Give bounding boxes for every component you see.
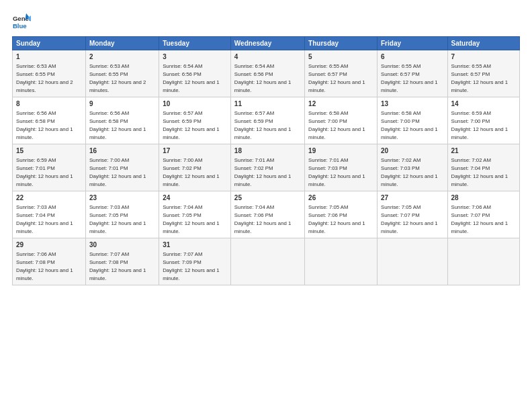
day-number: 5 xyxy=(308,52,373,62)
day-number: 14 xyxy=(451,99,516,109)
calendar-cell: 3Sunrise: 6:54 AMSunset: 6:56 PMDaylight… xyxy=(159,50,231,97)
day-number: 21 xyxy=(451,146,516,156)
calendar-cell xyxy=(447,238,519,285)
calendar-cell: 25Sunrise: 7:04 AMSunset: 7:06 PMDayligh… xyxy=(230,191,304,238)
sunset-info: Sunset: 7:05 PM xyxy=(89,212,128,218)
sunrise-info: Sunrise: 6:55 AM xyxy=(308,63,348,69)
sunrise-info: Sunrise: 7:01 AM xyxy=(308,157,348,163)
daylight-label: Daylight: 12 hours and 1 minute. xyxy=(381,220,438,234)
sunset-info: Sunset: 7:07 PM xyxy=(381,212,420,218)
sunset-info: Sunset: 7:00 PM xyxy=(308,118,347,124)
daylight-label: Daylight: 12 hours and 1 minute. xyxy=(163,173,220,187)
day-number: 6 xyxy=(381,52,444,62)
daylight-label: Daylight: 12 hours and 1 minute. xyxy=(163,220,220,234)
sunset-info: Sunset: 6:57 PM xyxy=(451,71,490,77)
calendar-week-2: 8Sunrise: 6:56 AMSunset: 6:58 PMDaylight… xyxy=(13,97,520,144)
sunrise-info: Sunrise: 6:55 AM xyxy=(451,63,491,69)
day-number: 18 xyxy=(234,146,301,156)
day-number: 4 xyxy=(234,52,301,62)
sunset-info: Sunset: 7:02 PM xyxy=(163,165,202,171)
day-number: 26 xyxy=(308,193,373,203)
daylight-label: Daylight: 12 hours and 1 minute. xyxy=(451,173,508,187)
sunset-info: Sunset: 6:58 PM xyxy=(16,118,55,124)
calendar-week-3: 15Sunrise: 6:59 AMSunset: 7:01 PMDayligh… xyxy=(13,144,520,191)
daylight-label: Daylight: 12 hours and 1 minute. xyxy=(234,173,292,187)
day-number: 15 xyxy=(16,146,82,156)
sunrise-info: Sunrise: 7:00 AM xyxy=(163,157,202,163)
calendar-cell: 20Sunrise: 7:02 AMSunset: 7:03 PMDayligh… xyxy=(378,144,448,191)
day-number: 2 xyxy=(89,52,155,62)
sunset-info: Sunset: 7:03 PM xyxy=(308,165,347,171)
sunset-info: Sunset: 7:04 PM xyxy=(451,165,490,171)
sunset-info: Sunset: 7:08 PM xyxy=(16,259,55,265)
sunset-info: Sunset: 7:05 PM xyxy=(163,212,202,218)
sunset-info: Sunset: 7:04 PM xyxy=(16,212,55,218)
daylight-label: Daylight: 12 hours and 1 minute. xyxy=(89,173,146,187)
calendar-cell: 22Sunrise: 7:03 AMSunset: 7:04 PMDayligh… xyxy=(13,191,86,238)
sunset-info: Sunset: 7:00 PM xyxy=(381,118,420,124)
calendar-cell: 31Sunrise: 7:07 AMSunset: 7:09 PMDayligh… xyxy=(159,238,231,285)
daylight-label: Daylight: 12 hours and 1 minute. xyxy=(234,126,292,140)
sunset-info: Sunset: 6:55 PM xyxy=(89,71,128,77)
day-number: 19 xyxy=(308,146,373,156)
sunset-info: Sunset: 7:00 PM xyxy=(451,118,490,124)
calendar-cell: 30Sunrise: 7:07 AMSunset: 7:08 PMDayligh… xyxy=(85,238,159,285)
sunset-info: Sunset: 7:02 PM xyxy=(234,165,273,171)
sunrise-info: Sunrise: 7:06 AM xyxy=(16,251,56,257)
day-number: 10 xyxy=(163,99,227,109)
day-number: 17 xyxy=(163,146,227,156)
calendar-cell: 19Sunrise: 7:01 AMSunset: 7:03 PMDayligh… xyxy=(305,144,378,191)
calendar-cell: 28Sunrise: 7:06 AMSunset: 7:07 PMDayligh… xyxy=(447,191,519,238)
calendar-table: SundayMondayTuesdayWednesdayThursdayFrid… xyxy=(12,36,520,285)
sunset-info: Sunset: 7:01 PM xyxy=(89,165,128,171)
day-number: 27 xyxy=(381,193,444,203)
calendar-cell: 4Sunrise: 6:54 AMSunset: 6:56 PMDaylight… xyxy=(230,50,304,97)
day-number: 8 xyxy=(16,99,82,109)
sunrise-info: Sunrise: 7:04 AM xyxy=(234,204,274,210)
day-number: 11 xyxy=(234,99,301,109)
sunset-info: Sunset: 7:07 PM xyxy=(451,212,490,218)
header-sunday: Sunday xyxy=(13,37,86,50)
sunset-info: Sunset: 6:59 PM xyxy=(163,118,202,124)
calendar-cell xyxy=(305,238,378,285)
sunset-info: Sunset: 7:08 PM xyxy=(89,259,128,265)
daylight-label: Daylight: 12 hours and 1 minute. xyxy=(451,79,508,93)
header-tuesday: Tuesday xyxy=(159,37,231,50)
daylight-label: Daylight: 12 hours and 1 minute. xyxy=(381,79,438,93)
sunrise-info: Sunrise: 7:07 AM xyxy=(89,251,129,257)
calendar-cell: 1Sunrise: 6:53 AMSunset: 6:55 PMDaylight… xyxy=(13,50,86,97)
sunrise-info: Sunrise: 7:05 AM xyxy=(381,204,420,210)
day-number: 13 xyxy=(381,99,444,109)
calendar-week-4: 22Sunrise: 7:03 AMSunset: 7:04 PMDayligh… xyxy=(13,191,520,238)
header-thursday: Thursday xyxy=(305,37,378,50)
daylight-label: Daylight: 12 hours and 1 minute. xyxy=(16,220,73,234)
header-wednesday: Wednesday xyxy=(230,37,304,50)
sunrise-info: Sunrise: 6:53 AM xyxy=(16,63,56,69)
calendar-week-1: 1Sunrise: 6:53 AMSunset: 6:55 PMDaylight… xyxy=(13,50,520,97)
daylight-label: Daylight: 12 hours and 1 minute. xyxy=(163,267,220,281)
header-saturday: Saturday xyxy=(447,37,519,50)
daylight-label: Daylight: 12 hours and 1 minute. xyxy=(163,126,220,140)
sunrise-info: Sunrise: 6:59 AM xyxy=(16,157,56,163)
calendar-cell: 9Sunrise: 6:56 AMSunset: 6:58 PMDaylight… xyxy=(85,97,159,144)
calendar-cell: 17Sunrise: 7:00 AMSunset: 7:02 PMDayligh… xyxy=(159,144,231,191)
sunrise-info: Sunrise: 7:04 AM xyxy=(163,204,202,210)
logo: General Blue xyxy=(12,12,31,31)
calendar-header-row: SundayMondayTuesdayWednesdayThursdayFrid… xyxy=(13,37,520,50)
sunrise-info: Sunrise: 6:57 AM xyxy=(234,110,274,116)
daylight-label: Daylight: 12 hours and 2 minutes. xyxy=(89,79,146,93)
calendar-cell: 8Sunrise: 6:56 AMSunset: 6:58 PMDaylight… xyxy=(13,97,86,144)
daylight-label: Daylight: 12 hours and 1 minute. xyxy=(16,126,73,140)
sunset-info: Sunset: 6:55 PM xyxy=(16,71,55,77)
day-number: 28 xyxy=(451,193,516,203)
calendar-week-5: 29Sunrise: 7:06 AMSunset: 7:08 PMDayligh… xyxy=(13,238,520,285)
sunset-info: Sunset: 7:09 PM xyxy=(163,259,202,265)
calendar-cell: 27Sunrise: 7:05 AMSunset: 7:07 PMDayligh… xyxy=(378,191,448,238)
logo-icon: General Blue xyxy=(12,12,31,31)
calendar-cell: 15Sunrise: 6:59 AMSunset: 7:01 PMDayligh… xyxy=(13,144,86,191)
sunrise-info: Sunrise: 6:55 AM xyxy=(381,63,420,69)
sunset-info: Sunset: 6:57 PM xyxy=(381,71,420,77)
calendar-cell: 11Sunrise: 6:57 AMSunset: 6:59 PMDayligh… xyxy=(230,97,304,144)
header-friday: Friday xyxy=(378,37,448,50)
day-number: 22 xyxy=(16,193,82,203)
